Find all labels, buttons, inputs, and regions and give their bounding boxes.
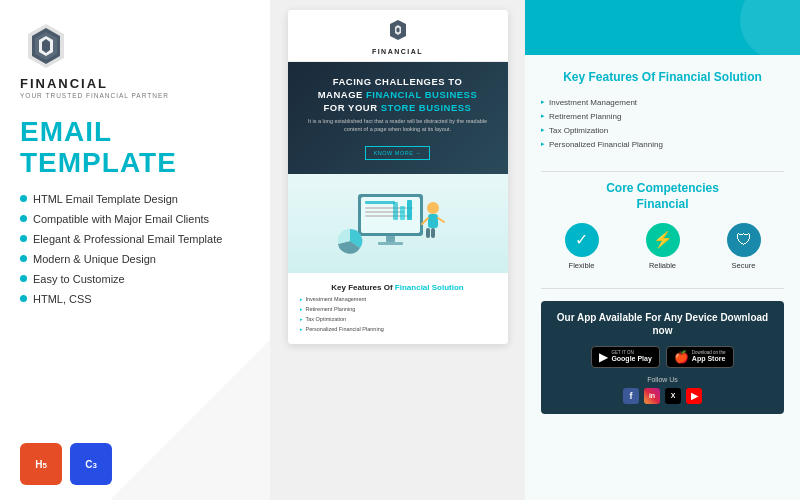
preview-logo-name: FINANCIAL <box>298 48 498 55</box>
flexible-icon: ✓ <box>565 223 599 257</box>
preview-logo-icon <box>386 18 410 42</box>
app-store-badge[interactable]: 🍎 Download on the App Store <box>666 346 734 368</box>
google-play-text: GET IT ON Google Play <box>611 350 651 364</box>
right-feature-item: Investment Management <box>541 95 784 109</box>
google-play-badge[interactable]: ▶ GET IT ON Google Play <box>591 346 659 368</box>
preview-feature-item: Personalized Financial Planning <box>300 324 496 334</box>
reliable-icon: ⚡ <box>646 223 680 257</box>
preview-feature-item: Tax Optimization <box>300 314 496 324</box>
secure-label: Secure <box>732 261 756 270</box>
google-play-icon: ▶ <box>599 350 608 364</box>
svg-point-20 <box>427 202 439 214</box>
svg-rect-17 <box>407 200 412 220</box>
preview-hero-title: FACING CHALLENGES TO MANAGE FINANCIAL BU… <box>300 76 496 114</box>
comp-secure: 🛡 Secure <box>727 223 761 270</box>
right-feature-item: Retirement Planning <box>541 109 784 123</box>
competency-icons: ✓ Flexible ⚡ Reliable 🛡 Secure <box>541 223 784 270</box>
preview-features: Key Features Of Financial Solution Inves… <box>288 273 508 344</box>
financial-logo-icon <box>20 20 72 72</box>
email-preview-card: FINANCIAL FACING CHALLENGES TO MANAGE FI… <box>288 10 508 344</box>
right-feature-item: Tax Optimization <box>541 123 784 137</box>
feature-item: Easy to Customize <box>20 273 250 285</box>
follow-us-label: Follow Us <box>553 376 772 383</box>
logo-name: FINANCIAL <box>20 76 108 91</box>
right-feature-list: Investment ManagementRetirement Planning… <box>541 95 784 151</box>
feature-item: HTML, CSS <box>20 293 250 305</box>
feature-item: Modern & Unique Design <box>20 253 250 265</box>
feature-item: Elegant & Professional Email Template <box>20 233 250 245</box>
instagram-icon[interactable]: in <box>644 388 660 404</box>
right-panel: Key Features Of Financial Solution Inves… <box>525 0 800 500</box>
right-feature-item: Personalized Financial Planning <box>541 137 784 151</box>
bullet-icon <box>20 235 27 242</box>
app-section: Our App Available For Any Device Downloa… <box>541 301 784 414</box>
preview-hero-sub: It is a long established fact that a rea… <box>300 118 496 133</box>
svg-rect-18 <box>386 236 395 242</box>
right-divider-2 <box>541 288 784 289</box>
email-template-title: EMAIL TEMPLATE <box>20 117 250 179</box>
svg-line-23 <box>438 218 444 222</box>
svg-rect-24 <box>426 228 430 238</box>
app-section-title: Our App Available For Any Device Downloa… <box>553 311 772 338</box>
right-key-features-title: Key Features Of Financial Solution <box>541 69 784 85</box>
preview-illustration <box>288 174 508 273</box>
svg-rect-12 <box>365 207 413 209</box>
bullet-icon <box>20 215 27 222</box>
bullet-icon <box>20 255 27 262</box>
secure-icon: 🛡 <box>727 223 761 257</box>
feature-item: Compatible with Major Email Clients <box>20 213 250 225</box>
svg-marker-8 <box>396 28 399 33</box>
preview-hero: FACING CHALLENGES TO MANAGE FINANCIAL BU… <box>288 62 508 174</box>
tech-badges: H5 C3 <box>20 443 250 485</box>
app-badges: ▶ GET IT ON Google Play 🍎 Download on th… <box>553 346 772 368</box>
comp-reliable: ⚡ Reliable <box>646 223 680 270</box>
svg-rect-11 <box>365 201 395 204</box>
flexible-label: Flexible <box>569 261 595 270</box>
left-panel: FINANCIAL YOUR TRUSTED FINANCIAL PARTNER… <box>0 0 270 500</box>
bullet-icon <box>20 195 27 202</box>
css3-badge: C3 <box>70 443 112 485</box>
svg-rect-25 <box>431 228 435 238</box>
svg-rect-19 <box>378 242 403 245</box>
bullet-icon <box>20 295 27 302</box>
svg-rect-21 <box>428 214 438 228</box>
social-icons: f in X ▶ <box>553 388 772 404</box>
core-competencies: Core CompetenciesFinancial ✓ Flexible ⚡ … <box>541 180 784 269</box>
app-store-text: Download on the App Store <box>692 350 726 364</box>
core-competencies-title: Core CompetenciesFinancial <box>541 180 784 212</box>
preview-cta-button[interactable]: KNOW MORE → <box>365 146 431 160</box>
preview-feature-item: Retirement Planning <box>300 304 496 314</box>
preview-header: FINANCIAL <box>288 10 508 62</box>
comp-flexible: ✓ Flexible <box>565 223 599 270</box>
logo-sub: YOUR TRUSTED FINANCIAL PARTNER <box>20 92 169 99</box>
illustration-svg <box>338 186 458 261</box>
right-top-accent <box>525 0 800 55</box>
bullet-icon <box>20 275 27 282</box>
facebook-icon[interactable]: f <box>623 388 639 404</box>
right-divider-1 <box>541 171 784 172</box>
right-content: Key Features Of Financial Solution Inves… <box>525 55 800 500</box>
middle-panel: FINANCIAL FACING CHALLENGES TO MANAGE FI… <box>270 0 525 500</box>
html5-badge: H5 <box>20 443 62 485</box>
feature-item: HTML Email Template Design <box>20 193 250 205</box>
reliable-label: Reliable <box>649 261 676 270</box>
logo-area: FINANCIAL YOUR TRUSTED FINANCIAL PARTNER <box>20 20 250 99</box>
svg-rect-13 <box>365 211 405 213</box>
svg-rect-15 <box>393 202 398 220</box>
preview-features-title: Key Features Of Financial Solution <box>300 283 496 292</box>
youtube-icon[interactable]: ▶ <box>686 388 702 404</box>
svg-rect-16 <box>400 206 405 220</box>
preview-feature-item: Investment Management <box>300 294 496 304</box>
feature-list: HTML Email Template DesignCompatible wit… <box>20 193 250 431</box>
twitter-icon[interactable]: X <box>665 388 681 404</box>
apple-icon: 🍎 <box>674 350 689 364</box>
